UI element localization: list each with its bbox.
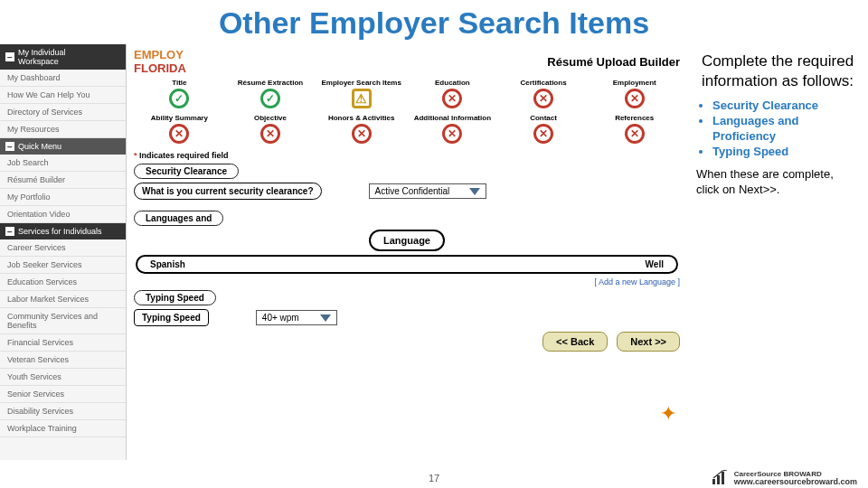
svg-rect-1 (717, 475, 720, 484)
sidebar-item-help[interactable]: How We Can Help You (0, 87, 126, 104)
warning-icon: ⚠ (352, 89, 372, 108)
main-panel: EMPLOYFLORIDA Résumé Upload Builder Titl… (127, 44, 687, 460)
sidebar-header-workspace: − My IndividualWorkspace (0, 44, 126, 70)
typing-speed-select[interactable]: 40+ wpm (256, 310, 337, 325)
x-icon: ✕ (169, 124, 189, 144)
x-icon: ✕ (625, 124, 645, 144)
broward-logo-icon (711, 470, 731, 486)
collapse-icon[interactable]: − (5, 52, 14, 61)
check-icon: ✓ (169, 89, 189, 108)
sidebar-item-community[interactable]: Community Services and Benefits (0, 308, 126, 334)
sidebar-header-services: − Services for Individuals (0, 223, 126, 239)
language-name: Spanish (150, 259, 185, 269)
sidebar-item-veteran[interactable]: Veteran Services (0, 352, 126, 369)
page-number: 17 (429, 473, 439, 483)
security-clearance-select[interactable]: Active Confidential (369, 183, 486, 199)
typing-speed-header: Typing Speed (134, 290, 216, 305)
step-certifications[interactable]: Certifications (498, 79, 590, 87)
sidebar-item-career[interactable]: Career Services (0, 239, 126, 257)
svg-rect-2 (722, 472, 724, 484)
chevron-down-icon (469, 188, 480, 195)
sidebar-item-labor[interactable]: Labor Market Services (0, 291, 126, 308)
sidebar-header-quickmenu: − Quick Menu (0, 138, 126, 155)
slide-title: Other Employer Search Items (0, 0, 868, 44)
chevron-down-icon (320, 314, 331, 322)
languages-header: Languages and (134, 211, 223, 226)
required-note: * Indicates required field (134, 151, 680, 160)
employ-florida-logo: EMPLOYFLORIDA (134, 48, 186, 75)
step-objective[interactable]: Objective (225, 114, 316, 122)
annotation-panel: Complete the required information as fol… (687, 44, 868, 460)
x-icon: ✕ (442, 124, 462, 144)
bullet-languages: Languages and Proficiency (712, 114, 859, 145)
collapse-icon[interactable]: − (5, 227, 14, 236)
builder-title: Résumé Upload Builder (547, 55, 680, 69)
sidebar-item-resume[interactable]: Résumé Builder (0, 172, 126, 189)
wizard-steps-row2: Ability Summary Objective Honors & Activ… (134, 114, 680, 122)
sidebar-item-orientation[interactable]: Orientation Video (0, 206, 126, 223)
sidebar-item-youth[interactable]: Youth Services (0, 369, 126, 386)
sidebar-item-financial[interactable]: Financial Services (0, 334, 126, 352)
x-icon: ✕ (533, 89, 553, 108)
language-subheader: Language (369, 230, 445, 251)
sidebar-item-portfolio[interactable]: My Portfolio (0, 189, 126, 206)
security-clearance-header: Security Clearance (134, 164, 239, 179)
check-icon: ✓ (260, 89, 280, 108)
step-additional[interactable]: Additional Information (407, 114, 498, 122)
sidebar-item-dashboard[interactable]: My Dashboard (0, 70, 126, 87)
sidebar-item-senior[interactable]: Senior Services (0, 386, 126, 403)
step-title[interactable]: Title (134, 79, 225, 87)
step-references[interactable]: References (589, 114, 680, 122)
next-button[interactable]: Next >> (617, 332, 680, 352)
x-icon: ✕ (442, 89, 462, 108)
bullet-typing: Typing Speed (712, 145, 859, 160)
step-education[interactable]: Education (407, 79, 498, 87)
sidebar-item-jobseeker[interactable]: Job Seeker Services (0, 257, 126, 274)
step-employment[interactable]: Employment (589, 79, 680, 87)
svg-rect-0 (712, 479, 715, 484)
sidebar-item-disability[interactable]: Disability Services (0, 403, 126, 420)
collapse-icon[interactable]: − (5, 142, 14, 151)
sidebar-item-workplace[interactable]: Workplace Training (0, 420, 126, 437)
add-language-link[interactable]: [ Add a new Language ] (134, 277, 680, 286)
wizard-steps-row1: Title Résumé Extraction Employer Search … (134, 79, 680, 87)
sidebar: − My IndividualWorkspace My Dashboard Ho… (0, 44, 127, 460)
step-employer-search[interactable]: Employer Search Items (316, 79, 407, 87)
security-clearance-question: What is you current security clearance? (134, 183, 322, 200)
careersource-broward-logo: CareerSource BROWARD www.careersourcebro… (711, 470, 857, 486)
language-proficiency: Well (646, 259, 664, 269)
sidebar-item-education[interactable]: Education Services (0, 274, 126, 291)
typing-speed-label: Typing Speed (134, 309, 209, 326)
sidebar-item-jobsearch[interactable]: Job Search (0, 155, 126, 172)
step-ability[interactable]: Ability Summary (134, 114, 225, 122)
step-extraction[interactable]: Résumé Extraction (225, 79, 316, 87)
sidebar-item-directory[interactable]: Directory of Services (0, 104, 126, 121)
step-contact[interactable]: Contact (498, 114, 590, 122)
x-icon: ✕ (260, 124, 280, 144)
x-icon: ✕ (533, 124, 553, 144)
bullet-security: Security Clearance (712, 99, 859, 114)
sidebar-item-resources[interactable]: My Resources (0, 121, 126, 138)
instruction-intro: Complete the required information as fol… (696, 52, 859, 91)
x-icon: ✕ (352, 124, 372, 144)
instruction-next: When these are complete, click on Next>>… (696, 167, 859, 198)
slide-footer: 17 CareerSource BROWARD www.careersource… (0, 470, 868, 486)
step-honors[interactable]: Honors & Activities (316, 114, 407, 122)
x-icon: ✕ (625, 89, 645, 108)
language-row: Spanish Well (136, 255, 678, 274)
attention-arrow-icon: ✦ (660, 402, 676, 426)
back-button[interactable]: << Back (542, 332, 608, 352)
